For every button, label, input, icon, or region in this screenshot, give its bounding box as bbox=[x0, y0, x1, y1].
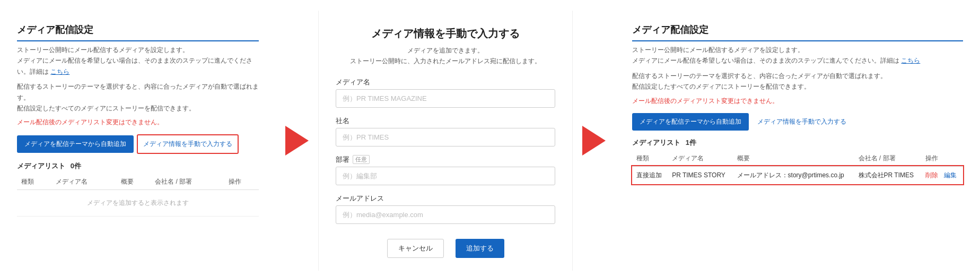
row-media-name: PR TIMES STORY bbox=[668, 166, 732, 184]
panel1-col-media: メディア名 bbox=[51, 174, 117, 190]
btn-add[interactable]: 追加する bbox=[456, 239, 504, 258]
form-actions: キャンセル 追加する bbox=[336, 239, 555, 258]
panel2-data-row: 直接追加 PR TIMES STORY メールアドレス：story@prtime… bbox=[632, 166, 963, 184]
row-actions: 削除 編集 bbox=[921, 166, 963, 184]
form-desc1: メディアを追加できます。 bbox=[407, 47, 484, 54]
panel1-warning: メール配信後のメディアリスト変更はできません。 bbox=[17, 118, 259, 127]
panel1-empty-row: メディアを追加すると表示されます bbox=[17, 190, 259, 217]
panel1-link[interactable]: こちら bbox=[50, 68, 69, 75]
panel2-desc: ストーリー公開時にメール配信するメディアを設定します。 メディアにメール配信を希… bbox=[632, 45, 963, 66]
panel2-btn-row: メディアを配信テーマから自動追加 メディア情報を手動で入力する bbox=[632, 113, 963, 131]
panel2-media-list-header: メディアリスト 1件 bbox=[632, 138, 963, 148]
panel-right: メディア配信設定 ストーリー公開時にメール配信するメディアを設定します。 メディ… bbox=[615, 11, 980, 271]
panel2-link[interactable]: こちら bbox=[901, 57, 920, 64]
panel1-empty-text: メディアを追加すると表示されます bbox=[17, 190, 259, 217]
btn-manual-1[interactable]: メディア情報を手動で入力する bbox=[137, 134, 239, 154]
label-company-name: 社名 bbox=[336, 116, 555, 126]
panel1-desc3: 配信するストーリーのテーマを選択すると、内容に合ったメディアが自動で選ばれます。… bbox=[17, 81, 259, 114]
field-department: 部署 任意 bbox=[336, 155, 555, 185]
panel1-media-list-header: メディアリスト 0件 bbox=[17, 161, 259, 171]
btn-auto-add-2[interactable]: メディアを配信テーマから自動追加 bbox=[632, 113, 749, 131]
panel-center: メディア情報を手動で入力する メディアを追加できます。 ストーリー公開時に、入力… bbox=[318, 11, 573, 271]
arrow-icon-2 bbox=[582, 126, 606, 156]
input-department[interactable] bbox=[336, 167, 555, 185]
label-email: メールアドレス bbox=[336, 194, 555, 203]
panel1-btn-row: メディアを配信テーマから自動追加 メディア情報を手動で入力する bbox=[17, 134, 259, 154]
panel1-title: メディア配信設定 bbox=[17, 23, 259, 41]
panel2-desc3: 配信するストーリーのテーマを選択すると、内容に合ったメディアが自動で選ばれます。… bbox=[632, 71, 963, 92]
panel1-table: 種類 メディア名 概要 会社名 / 部署 操作 メディアを追加すると表示されます bbox=[17, 174, 259, 217]
form-desc2: ストーリー公開時に、入力されたメールアドレス宛に配信します。 bbox=[350, 57, 541, 65]
panel2-title: メディア配信設定 bbox=[632, 23, 963, 41]
field-email: メールアドレス bbox=[336, 194, 555, 224]
arrow-1 bbox=[276, 11, 318, 271]
panel1-desc1: ストーリー公開時にメール配信するメディアを設定します。 bbox=[17, 46, 189, 54]
panel1-col-company: 会社名 / 部署 bbox=[151, 174, 224, 190]
panel2-col-type: 種類 bbox=[632, 151, 668, 167]
panel2-warning: メール配信後のメディアリスト変更はできません。 bbox=[632, 97, 963, 106]
form-desc: メディアを追加できます。 ストーリー公開時に、入力されたメールアドレス宛に配信し… bbox=[336, 45, 555, 67]
panel-left: メディア配信設定 ストーリー公開時にメール配信するメディアを設定します。 メディ… bbox=[0, 11, 276, 271]
panel1-desc: ストーリー公開時にメール配信するメディアを設定します。 メディアにメール配信を希… bbox=[17, 45, 259, 77]
input-email[interactable] bbox=[336, 205, 555, 224]
row-type: 直接追加 bbox=[632, 166, 668, 184]
panel2-col-company: 会社名 / 部署 bbox=[854, 151, 921, 167]
field-company-name: 社名 bbox=[336, 116, 555, 146]
panel2-desc1: ストーリー公開時にメール配信するメディアを設定します。 bbox=[632, 46, 804, 54]
panel2-col-media: メディア名 bbox=[668, 151, 732, 167]
arrow-2 bbox=[573, 11, 615, 271]
panel1-col-action: 操作 bbox=[224, 174, 259, 190]
label-media-name: メディア名 bbox=[336, 77, 555, 87]
form-title: メディア情報を手動で入力する bbox=[336, 27, 555, 41]
label-department: 部署 任意 bbox=[336, 155, 555, 165]
action-delete[interactable]: 削除 bbox=[925, 171, 938, 179]
row-summary: メールアドレス：story@prtimes.co.jp bbox=[733, 166, 854, 184]
row-company: 株式会社PR TIMES bbox=[854, 166, 921, 184]
field-media-name: メディア名 bbox=[336, 77, 555, 108]
input-media-name[interactable] bbox=[336, 89, 555, 108]
panel2-table: 種類 メディア名 概要 会社名 / 部署 操作 直接追加 PR TIMES ST… bbox=[632, 151, 963, 185]
input-company-name[interactable] bbox=[336, 128, 555, 146]
panel2-desc2: メディアにメール配信を希望しない場合は、そのまま次のステップに進んでください。詳… bbox=[632, 57, 899, 64]
btn-auto-add-1[interactable]: メディアを配信テーマから自動追加 bbox=[17, 135, 134, 153]
btn-manual-2[interactable]: メディア情報を手動で入力する bbox=[752, 113, 852, 131]
panel1-col-type: 種類 bbox=[17, 174, 51, 190]
panel2-col-summary: 概要 bbox=[733, 151, 854, 167]
action-edit[interactable]: 編集 bbox=[944, 171, 957, 179]
arrow-icon-1 bbox=[285, 126, 309, 156]
btn-cancel[interactable]: キャンセル bbox=[387, 239, 444, 258]
panel1-col-summary: 概要 bbox=[117, 174, 151, 190]
optional-badge: 任意 bbox=[353, 155, 370, 164]
panel2-col-action: 操作 bbox=[921, 151, 963, 167]
